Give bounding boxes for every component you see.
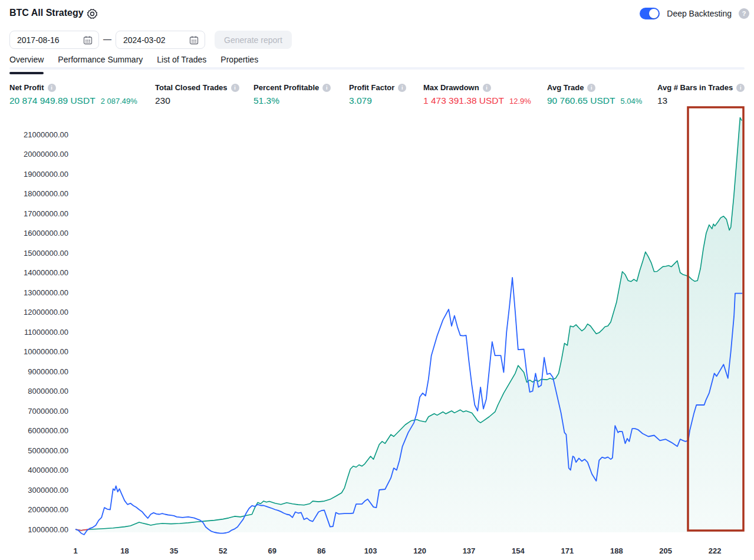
info-icon[interactable]: i xyxy=(398,84,406,92)
y-axis-label: 20000000.00 xyxy=(24,150,68,159)
y-axis-label: 13000000.00 xyxy=(24,288,68,297)
stat-percent: 5.04% xyxy=(620,97,642,106)
start-date-input[interactable]: 2017-08-16 xyxy=(9,31,99,49)
stat-percent: 12.9% xyxy=(509,97,531,106)
equity-area-fill xyxy=(75,118,742,533)
y-axis-label: 8000000.00 xyxy=(28,387,68,396)
stat-total-closed-trades: Total Closed Tradesi 230 xyxy=(155,83,239,106)
calendar-icon xyxy=(189,35,199,45)
toggle-knob xyxy=(649,9,658,18)
y-axis-label: 17000000.00 xyxy=(24,209,68,218)
calendar-icon xyxy=(83,35,93,45)
question-mark-icon[interactable]: ? xyxy=(739,8,749,19)
stat-value: 3.079 xyxy=(349,95,372,106)
x-axis-label: 52 xyxy=(219,546,227,555)
page-title: BTC All Strategy xyxy=(9,8,84,18)
stat-avg-bars-in-trades: Avg # Bars in Tradesi 13 xyxy=(657,83,745,106)
x-axis-label: 35 xyxy=(170,546,178,555)
stat-max-drawdown: Max Drawdowni 1 473 391.38 USDT12.9% xyxy=(423,83,531,106)
stat-value: 51.3% xyxy=(253,95,279,106)
x-axis-label: 222 xyxy=(709,546,722,555)
y-axis-label: 4000000.00 xyxy=(28,466,68,475)
y-axis-label: 18000000.00 xyxy=(24,189,68,198)
strategy-settings-button[interactable] xyxy=(86,8,98,20)
tab-properties[interactable]: Properties xyxy=(220,55,258,72)
stat-percent-profitable: Percent Profitablei 51.3% xyxy=(253,83,331,106)
x-axis-label: 69 xyxy=(268,546,276,555)
x-axis-label: 205 xyxy=(659,546,672,555)
y-axis-label: 10000000.00 xyxy=(24,347,68,356)
stat-percent: 2 087.49% xyxy=(101,97,137,106)
end-date-input[interactable]: 2024-03-02 xyxy=(116,31,205,49)
x-axis-label: 86 xyxy=(317,546,325,555)
y-axis-label: 15000000.00 xyxy=(24,249,68,258)
y-axis-label: 7000000.00 xyxy=(28,407,68,416)
y-axis-label: 19000000.00 xyxy=(24,170,68,179)
y-axis-label: 12000000.00 xyxy=(24,308,68,317)
gear-icon xyxy=(86,8,98,20)
info-icon[interactable]: i xyxy=(483,84,491,92)
stat-value: 230 xyxy=(155,95,170,106)
tab-list-of-trades[interactable]: List of Trades xyxy=(157,55,206,72)
stat-profit-factor: Profit Factori 3.079 xyxy=(349,83,406,106)
y-axis-label: 9000000.00 xyxy=(28,367,68,376)
deep-backtesting-label: Deep Backtesting xyxy=(667,9,732,18)
y-axis-label: 11000000.00 xyxy=(24,328,68,337)
y-axis-label: 1000000.00 xyxy=(28,525,68,534)
y-axis-label: 5000000.00 xyxy=(28,446,68,455)
summary-stats-row: Net Profiti 20 874 949.89 USDT2 087.49% … xyxy=(0,83,754,109)
stat-value: 90 760.65 USDT xyxy=(547,95,615,106)
y-axis-label: 2000000.00 xyxy=(28,505,68,514)
stat-value: 13 xyxy=(657,95,667,106)
tab-performance-summary[interactable]: Performance Summary xyxy=(58,55,143,72)
stat-value: 20 874 949.89 USDT xyxy=(9,95,96,106)
report-tabs: Overview Performance Summary List of Tra… xyxy=(9,55,258,72)
x-axis-label: 120 xyxy=(413,546,426,555)
generate-report-button[interactable]: Generate report xyxy=(215,31,292,49)
y-axis-label: 16000000.00 xyxy=(24,229,68,238)
info-icon[interactable]: i xyxy=(48,84,56,92)
x-axis-label: 188 xyxy=(610,546,623,555)
stat-avg-trade: Avg Tradei 90 760.65 USDT5.04% xyxy=(547,83,642,106)
x-axis-label: 154 xyxy=(512,546,525,555)
deep-backtesting-toggle[interactable] xyxy=(640,8,660,19)
info-icon[interactable]: i xyxy=(736,84,745,92)
y-axis-label: 14000000.00 xyxy=(24,268,68,277)
y-axis-label: 21000000.00 xyxy=(24,130,68,139)
x-axis-label: 18 xyxy=(120,546,129,555)
tab-overview[interactable]: Overview xyxy=(9,55,44,72)
x-axis-label: 171 xyxy=(561,546,574,555)
date-range-separator: — xyxy=(101,34,113,44)
y-axis-label: 3000000.00 xyxy=(28,486,68,495)
info-icon[interactable]: i xyxy=(587,84,595,92)
stat-value: 1 473 391.38 USDT xyxy=(423,95,504,106)
x-axis-label: 137 xyxy=(463,546,476,555)
x-axis-label: 103 xyxy=(364,546,377,555)
x-axis-label: 1 xyxy=(73,546,77,555)
end-date-value: 2024-03-02 xyxy=(123,35,166,45)
info-icon[interactable]: i xyxy=(231,84,239,92)
start-date-value: 2017-08-16 xyxy=(17,35,60,45)
y-axis-label: 6000000.00 xyxy=(28,426,68,435)
info-icon[interactable]: i xyxy=(322,84,331,92)
stat-net-profit: Net Profiti 20 874 949.89 USDT2 087.49% xyxy=(9,83,137,106)
